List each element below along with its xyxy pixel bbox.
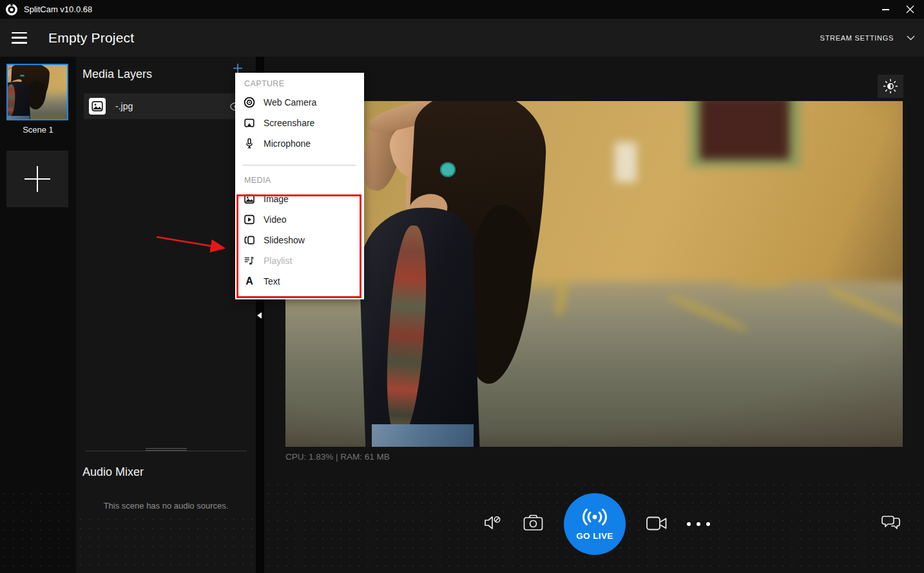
slideshow-icon <box>244 234 255 246</box>
text-icon: A <box>245 276 253 286</box>
hamburger-icon <box>12 32 27 34</box>
audio-mixer-empty-text: This scene has no audio sources. <box>76 501 256 511</box>
screenshot-button[interactable] <box>523 514 544 532</box>
layer-row[interactable]: -.jpg <box>84 93 251 119</box>
menu-item-web-camera[interactable]: Web Camera <box>235 92 364 113</box>
layer-type-icon <box>89 98 106 115</box>
menu-divider <box>243 165 356 165</box>
video-icon <box>244 214 255 225</box>
chevron-down-icon <box>907 35 915 41</box>
webcam-icon <box>244 97 255 108</box>
brightness-icon <box>883 79 898 94</box>
menu-item-slideshow[interactable]: Slideshow <box>235 230 364 250</box>
stream-settings-label: STREAM SETTINGS <box>820 34 894 42</box>
close-button[interactable] <box>902 3 918 16</box>
app-header: Empty Project STREAM SETTINGS <box>0 19 924 57</box>
resource-stats: CPU: 1.83% | RAM: 61 MB <box>285 452 390 462</box>
main-menu-button[interactable] <box>12 32 27 44</box>
page-title: Empty Project <box>48 30 134 46</box>
chat-button[interactable] <box>881 514 901 532</box>
menu-item-text[interactable]: A Text <box>235 271 364 292</box>
brightness-button[interactable] <box>878 75 903 98</box>
scene-thumbnail-photo <box>6 65 68 119</box>
scene-label: Scene 1 <box>0 125 76 135</box>
live-preview[interactable] <box>285 101 903 447</box>
camera-source-button[interactable] <box>646 515 669 532</box>
title-bar: SplitCam v10.0.68 <box>0 0 924 19</box>
menu-section-header: MEDIA <box>244 176 364 187</box>
add-scene-button[interactable] <box>6 151 68 207</box>
audio-mixer-title: Audio Mixer <box>82 465 144 479</box>
plus-icon <box>24 166 50 192</box>
microphone-icon <box>244 138 255 149</box>
menu-item-video[interactable]: Video <box>235 209 364 230</box>
dot-pattern <box>76 515 256 573</box>
panel-resize-handle[interactable] <box>85 451 247 451</box>
video-camera-icon <box>646 515 669 532</box>
media-layers-panel: Media Layers -.jpg Audio Mixer This scen… <box>76 57 256 573</box>
playlist-icon <box>244 255 255 267</box>
close-icon <box>906 5 914 14</box>
add-layer-button[interactable] <box>233 63 243 73</box>
go-live-label: GO LIVE <box>576 531 613 541</box>
more-options-button[interactable] <box>687 522 710 526</box>
menu-section-header: CAPTURE <box>244 79 364 91</box>
screenshare-icon <box>244 117 255 129</box>
minimize-icon <box>882 9 889 10</box>
window-title: SplitCam v10.0.68 <box>24 5 92 14</box>
ellipsis-icon <box>687 522 691 526</box>
dot-pattern <box>0 489 76 573</box>
chat-icon <box>881 514 901 532</box>
splitcam-logo-icon <box>5 3 18 16</box>
drag-grip-icon <box>146 448 187 452</box>
menu-item-playlist[interactable]: Playlist <box>235 250 364 271</box>
menu-item-screenshare[interactable]: Screenshare <box>235 113 364 133</box>
collapse-panel-button[interactable] <box>257 312 262 319</box>
speaker-muted-icon <box>483 514 503 532</box>
scenes-sidebar: Scene 1 <box>0 57 76 573</box>
minimize-button[interactable] <box>878 3 893 16</box>
image-icon <box>244 193 255 205</box>
scene-thumbnail[interactable] <box>6 64 68 120</box>
preview-photo <box>285 101 903 447</box>
menu-item-microphone[interactable]: Microphone <box>235 133 364 154</box>
mute-speaker-button[interactable] <box>483 514 503 532</box>
photo-camera-icon <box>523 514 544 532</box>
menu-item-image[interactable]: Image <box>235 189 364 209</box>
broadcast-icon <box>580 507 610 527</box>
go-live-button[interactable]: GO LIVE <box>564 493 626 555</box>
splitcam-window: SplitCam v10.0.68 Empty Project STREAM S… <box>0 0 924 573</box>
add-media-menu: CAPTURE Web Camera Screenshare Microphon… <box>235 73 364 299</box>
layer-name: -.jpg <box>115 101 133 111</box>
media-layers-title: Media Layers <box>82 68 152 81</box>
stream-settings-button[interactable]: STREAM SETTINGS <box>820 34 915 42</box>
